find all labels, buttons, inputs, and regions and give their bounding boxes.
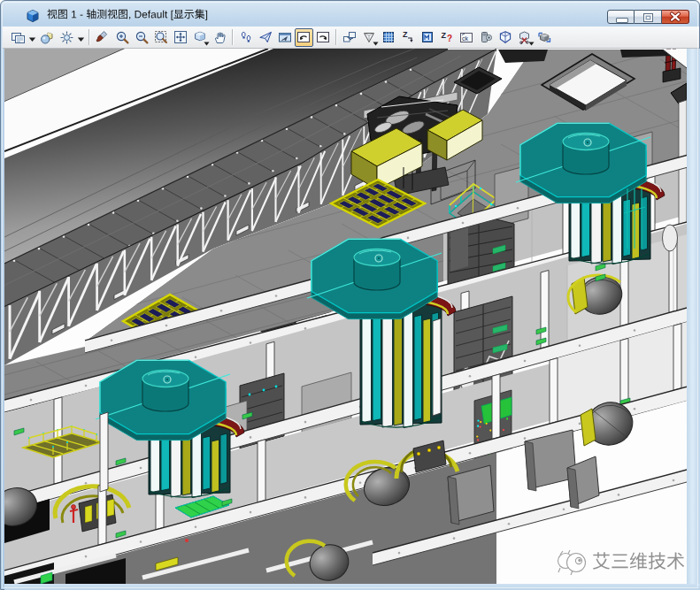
view-previous-button[interactable] [295,28,313,47]
pillar [98,484,106,546]
close-button[interactable] [662,10,689,24]
thruster-unit-3 [161,434,170,491]
clip-mask-icon [381,30,396,45]
cut-volume-button[interactable] [515,28,535,47]
toolbar-separator [232,29,234,45]
door-oval [663,225,678,251]
toolbar-separator [335,29,337,45]
microstation-view-window: {"window":{"title":"视图 1 - 轴测视图, Default… [0,0,700,590]
view-query-icon: Z? [440,30,455,45]
view-attributes-button[interactable] [8,28,27,47]
thruster-unit-1 [623,199,631,257]
titlebar[interactable]: 视图 1 - 轴测视图, Default [显示集] [1,1,699,27]
zoom-in-icon [115,30,130,45]
walk-icon [239,30,254,45]
thruster-unit-3 [203,436,211,490]
zoom-in-button[interactable] [112,28,132,47]
thruster-unit-1 [581,197,590,257]
rotate-view-button[interactable] [190,28,210,47]
view-previous-icon [296,30,312,45]
maximize-icon [643,13,653,22]
dropdown-caret-icon [373,42,379,46]
thruster-unit-1 [632,203,640,259]
fit-view-icon [173,30,188,45]
pan-view-icon [212,30,227,45]
svg-text:Z: Z [403,30,408,39]
fly-icon [258,30,273,45]
close-icon [662,11,688,23]
pillar [550,358,558,424]
view-cube-button[interactable] [496,28,515,47]
pillar [258,440,265,502]
copy-view-button[interactable] [340,28,359,47]
view-next-button[interactable] [313,28,333,47]
thruster-unit-2 [373,313,381,421]
dropdown-caret-icon [528,42,535,46]
window-area-icon [154,30,169,45]
view-next-icon [316,30,331,45]
thruster-unit-3 [212,440,219,493]
window-title: 视图 1 - 轴测视图, Default [显示集] [47,7,312,22]
navigate-view-icon [278,30,293,45]
dropdown-caret-icon [27,33,37,42]
view-cube-icon [498,30,513,45]
view-cube-icon [25,8,41,24]
dropdown-caret-icon [204,42,210,46]
fly-button[interactable] [256,28,275,47]
thruster-unit-3 [192,432,202,498]
thruster-unit-1 [563,134,609,150]
walk-button[interactable] [236,28,256,47]
display-set-icon [537,30,552,45]
pillar [433,318,441,416]
thruster-unit-1 [603,201,612,262]
pillar [100,412,108,492]
thruster-unit-2 [382,308,393,427]
pillar [673,324,681,391]
thruster-unit-2 [362,309,372,423]
view-calc-button[interactable]: ck [457,28,476,47]
svg-text:ck: ck [462,34,469,41]
thruster-unit-2 [423,318,431,423]
navigate-view-button[interactable] [275,28,295,47]
render-settings-icon [479,30,494,45]
clip-mask-button[interactable] [379,28,398,47]
right-scrollbar[interactable] [687,49,700,584]
minimize-button[interactable] [607,10,635,24]
update-view-button[interactable] [93,28,112,47]
change-view-perspective-button[interactable]: Z [398,28,418,47]
clip-volume-button[interactable] [359,28,379,47]
window-frame: 视图 1 - 轴测视图, Default [显示集] ZZ?ck [0,0,700,590]
adjust-brightness-button[interactable] [57,28,76,47]
thruster-unit-3 [142,371,188,387]
view-attributes-dropdown[interactable] [27,28,37,47]
update-view-icon [96,30,111,45]
thruster-unit-1 [612,195,622,264]
render-settings-button[interactable] [476,28,496,47]
window-controls [607,10,689,24]
adjust-brightness-dropdown[interactable] [76,28,86,47]
change-view-perspective-icon: Z [401,30,416,45]
minimize-icon [616,18,628,23]
view-query-button[interactable]: Z? [437,28,457,47]
saved-views-icon [420,30,435,45]
zoom-out-button[interactable] [132,28,151,47]
display-style-button[interactable] [37,28,57,47]
window-area-button[interactable] [151,28,171,47]
fit-view-button[interactable] [171,28,190,47]
svg-text:Z: Z [441,31,446,40]
saved-views-button[interactable] [418,28,437,47]
display-style-icon [40,30,55,45]
display-set-button[interactable] [535,28,554,47]
svg-text:?: ? [447,34,452,43]
pillar [620,338,628,404]
maximize-button[interactable] [635,10,662,24]
bottom-scrollbar[interactable] [4,584,700,590]
thruster-unit-2 [354,249,400,266]
pillar [492,374,500,440]
pan-view-button[interactable] [210,28,229,47]
thruster-unit-3 [182,438,191,495]
copy-view-icon [342,30,358,45]
viewport-3d[interactable]: 艾三维技术 [4,49,687,584]
view-attributes-icon [11,30,26,45]
view-calc-icon: ck [459,30,474,45]
